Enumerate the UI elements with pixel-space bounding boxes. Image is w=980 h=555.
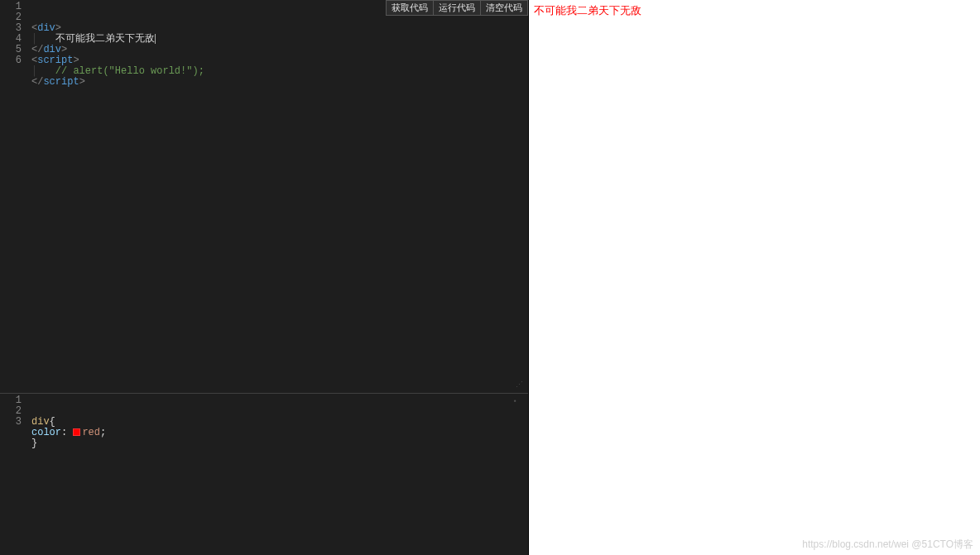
html-editor-gutter: 123456 (0, 0, 31, 393)
toolbar: 获取代码 运行代码 清空代码 (387, 0, 528, 16)
watermark: https://blog.csdn.net/wei @51CTO博客 (802, 538, 973, 552)
get-code-button[interactable]: 获取代码 (386, 0, 434, 16)
line-number: 6 (0, 55, 22, 66)
html-editor-code[interactable]: <div>│ 不可能我二弟天下无敌</div><script>│ // aler… (31, 0, 528, 393)
code-line[interactable]: │ // alert("Hello world!"); (31, 66, 528, 77)
line-number: 3 (0, 417, 22, 428)
left-panel: 获取代码 运行代码 清空代码 123456 <div>│ 不可能我二弟天下无敌<… (0, 0, 529, 555)
minimap-icon: ▪ (513, 395, 518, 400)
clear-code-button[interactable]: 清空代码 (480, 0, 528, 16)
code-line[interactable]: color: red; (31, 428, 528, 438)
preview-panel: 不可能我二弟天下无敌 https://blog.csdn.net/wei @51… (529, 0, 980, 555)
resize-handle-icon: ⋰ (516, 380, 523, 391)
code-line[interactable]: │ 不可能我二弟天下无敌 (31, 34, 528, 45)
code-line[interactable]: } (31, 438, 528, 449)
code-line[interactable]: </script> (31, 77, 528, 88)
code-line[interactable]: <div> (31, 23, 528, 34)
preview-output: 不可能我二弟天下无敌 (534, 3, 975, 18)
html-editor[interactable]: 获取代码 运行代码 清空代码 123456 <div>│ 不可能我二弟天下无敌<… (0, 0, 528, 393)
code-line[interactable]: </div> (31, 45, 528, 55)
css-editor[interactable]: 123 div{color: red;}▪ (0, 393, 528, 555)
run-code-button[interactable]: 运行代码 (433, 0, 481, 16)
css-editor-gutter: 123 (0, 394, 31, 555)
css-editor-code[interactable]: div{color: red;}▪ (31, 394, 528, 555)
